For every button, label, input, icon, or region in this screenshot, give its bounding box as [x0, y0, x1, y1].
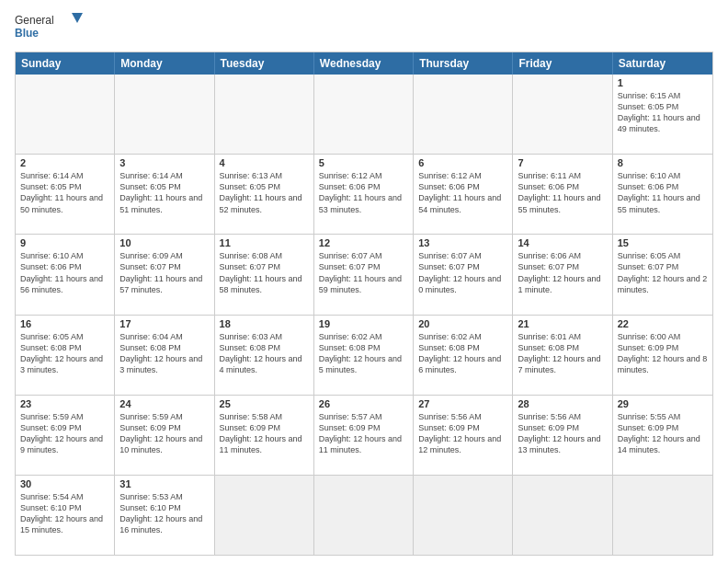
day-number: 20 — [418, 318, 507, 329]
calendar-cell: 18Sunrise: 6:03 AM Sunset: 6:08 PM Dayli… — [215, 316, 314, 395]
calendar-row-1: 2Sunrise: 6:14 AM Sunset: 6:05 PM Daylig… — [16, 154, 712, 234]
day-info: Sunrise: 5:55 AM Sunset: 6:09 PM Dayligh… — [618, 411, 708, 456]
day-number: 13 — [418, 237, 507, 248]
calendar-cell: 29Sunrise: 5:55 AM Sunset: 6:09 PM Dayli… — [613, 396, 712, 475]
calendar-cell — [16, 75, 115, 154]
day-number: 14 — [518, 237, 607, 248]
day-info: Sunrise: 5:58 AM Sunset: 6:09 PM Dayligh… — [220, 411, 309, 456]
calendar-cell: 5Sunrise: 6:12 AM Sunset: 6:06 PM Daylig… — [314, 155, 414, 234]
calendar-cell: 11Sunrise: 6:08 AM Sunset: 6:07 PM Dayli… — [215, 235, 314, 314]
calendar-cell: 19Sunrise: 6:02 AM Sunset: 6:08 PM Dayli… — [314, 316, 414, 395]
calendar-cell: 7Sunrise: 6:11 AM Sunset: 6:06 PM Daylig… — [513, 155, 612, 234]
weekday-header-monday: Monday — [115, 52, 214, 75]
logo: General Blue — [15, 11, 88, 44]
day-info: Sunrise: 6:07 AM Sunset: 6:07 PM Dayligh… — [418, 250, 507, 295]
calendar-cell — [314, 75, 414, 154]
weekday-header-wednesday: Wednesday — [314, 52, 414, 75]
calendar-cell: 12Sunrise: 6:07 AM Sunset: 6:07 PM Dayli… — [314, 235, 414, 314]
calendar-cell: 9Sunrise: 6:10 AM Sunset: 6:06 PM Daylig… — [16, 235, 115, 314]
calendar-header: SundayMondayTuesdayWednesdayThursdayFrid… — [16, 52, 712, 75]
calendar-cell: 21Sunrise: 6:01 AM Sunset: 6:08 PM Dayli… — [513, 316, 612, 395]
calendar-cell: 14Sunrise: 6:06 AM Sunset: 6:07 PM Dayli… — [513, 235, 612, 314]
day-info: Sunrise: 6:07 AM Sunset: 6:07 PM Dayligh… — [319, 250, 408, 295]
day-number: 6 — [418, 157, 507, 168]
day-info: Sunrise: 6:09 AM Sunset: 6:07 PM Dayligh… — [119, 250, 209, 295]
calendar-cell — [414, 476, 513, 555]
calendar-cell: 31Sunrise: 5:53 AM Sunset: 6:10 PM Dayli… — [115, 476, 214, 555]
calendar-cell: 23Sunrise: 5:59 AM Sunset: 6:09 PM Dayli… — [16, 396, 115, 475]
day-info: Sunrise: 6:14 AM Sunset: 6:05 PM Dayligh… — [119, 170, 209, 215]
day-number: 25 — [220, 398, 309, 409]
day-number: 11 — [220, 237, 309, 248]
day-number: 21 — [518, 318, 607, 329]
calendar-cell: 10Sunrise: 6:09 AM Sunset: 6:07 PM Dayli… — [115, 235, 214, 314]
calendar-cell: 15Sunrise: 6:05 AM Sunset: 6:07 PM Dayli… — [613, 235, 712, 314]
calendar-cell: 16Sunrise: 6:05 AM Sunset: 6:08 PM Dayli… — [16, 316, 115, 395]
day-number: 15 — [618, 237, 708, 248]
day-info: Sunrise: 5:59 AM Sunset: 6:09 PM Dayligh… — [119, 411, 209, 456]
day-number: 16 — [20, 318, 109, 329]
calendar-cell: 2Sunrise: 6:14 AM Sunset: 6:05 PM Daylig… — [16, 155, 115, 234]
calendar-row-5: 30Sunrise: 5:54 AM Sunset: 6:10 PM Dayli… — [16, 475, 712, 555]
day-number: 12 — [319, 237, 408, 248]
day-number: 9 — [20, 237, 109, 248]
day-info: Sunrise: 6:15 AM Sunset: 6:05 PM Dayligh… — [618, 90, 708, 135]
day-info: Sunrise: 6:10 AM Sunset: 6:06 PM Dayligh… — [20, 250, 109, 295]
day-info: Sunrise: 6:03 AM Sunset: 6:08 PM Dayligh… — [220, 331, 309, 376]
calendar: SundayMondayTuesdayWednesdayThursdayFrid… — [15, 52, 713, 556]
calendar-cell: 17Sunrise: 6:04 AM Sunset: 6:08 PM Dayli… — [115, 316, 214, 395]
day-info: Sunrise: 6:05 AM Sunset: 6:08 PM Dayligh… — [20, 331, 109, 376]
day-number: 22 — [618, 318, 708, 329]
calendar-cell: 3Sunrise: 6:14 AM Sunset: 6:05 PM Daylig… — [115, 155, 214, 234]
svg-text:Blue: Blue — [15, 27, 39, 40]
calendar-body: 1Sunrise: 6:15 AM Sunset: 6:05 PM Daylig… — [16, 75, 712, 555]
calendar-cell: 26Sunrise: 5:57 AM Sunset: 6:09 PM Dayli… — [314, 396, 414, 475]
day-info: Sunrise: 6:00 AM Sunset: 6:09 PM Dayligh… — [618, 331, 708, 376]
calendar-cell — [513, 476, 612, 555]
day-info: Sunrise: 5:59 AM Sunset: 6:09 PM Dayligh… — [20, 411, 109, 456]
day-number: 4 — [220, 157, 309, 168]
calendar-cell: 24Sunrise: 5:59 AM Sunset: 6:09 PM Dayli… — [115, 396, 214, 475]
calendar-cell — [215, 476, 314, 555]
day-number: 31 — [119, 478, 209, 489]
day-info: Sunrise: 5:56 AM Sunset: 6:09 PM Dayligh… — [518, 411, 607, 456]
calendar-cell: 28Sunrise: 5:56 AM Sunset: 6:09 PM Dayli… — [513, 396, 612, 475]
calendar-cell: 13Sunrise: 6:07 AM Sunset: 6:07 PM Dayli… — [414, 235, 513, 314]
svg-text:General: General — [15, 14, 54, 27]
day-number: 26 — [319, 398, 408, 409]
calendar-cell: 25Sunrise: 5:58 AM Sunset: 6:09 PM Dayli… — [215, 396, 314, 475]
weekday-header-thursday: Thursday — [414, 52, 513, 75]
calendar-cell — [414, 75, 513, 154]
weekday-header-friday: Friday — [513, 52, 612, 75]
day-info: Sunrise: 5:56 AM Sunset: 6:09 PM Dayligh… — [418, 411, 507, 456]
day-number: 19 — [319, 318, 408, 329]
day-info: Sunrise: 6:13 AM Sunset: 6:05 PM Dayligh… — [220, 170, 309, 215]
calendar-cell: 8Sunrise: 6:10 AM Sunset: 6:06 PM Daylig… — [613, 155, 712, 234]
day-number: 3 — [119, 157, 209, 168]
day-number: 17 — [119, 318, 209, 329]
calendar-row-3: 16Sunrise: 6:05 AM Sunset: 6:08 PM Dayli… — [16, 315, 712, 395]
weekday-header-tuesday: Tuesday — [215, 52, 314, 75]
weekday-header-saturday: Saturday — [613, 52, 712, 75]
page: General Blue SundayMondayTuesdayWednesda… — [0, 0, 728, 563]
day-number: 18 — [220, 318, 309, 329]
calendar-row-2: 9Sunrise: 6:10 AM Sunset: 6:06 PM Daylig… — [16, 234, 712, 314]
calendar-row-0: 1Sunrise: 6:15 AM Sunset: 6:05 PM Daylig… — [16, 75, 712, 154]
day-info: Sunrise: 6:08 AM Sunset: 6:07 PM Dayligh… — [220, 250, 309, 295]
day-info: Sunrise: 6:04 AM Sunset: 6:08 PM Dayligh… — [119, 331, 209, 376]
calendar-cell — [215, 75, 314, 154]
calendar-cell: 1Sunrise: 6:15 AM Sunset: 6:05 PM Daylig… — [613, 75, 712, 154]
day-info: Sunrise: 6:01 AM Sunset: 6:08 PM Dayligh… — [518, 331, 607, 376]
day-info: Sunrise: 6:14 AM Sunset: 6:05 PM Dayligh… — [20, 170, 109, 215]
day-number: 5 — [319, 157, 408, 168]
calendar-cell: 6Sunrise: 6:12 AM Sunset: 6:06 PM Daylig… — [414, 155, 513, 234]
day-number: 24 — [119, 398, 209, 409]
day-number: 28 — [518, 398, 607, 409]
day-number: 8 — [618, 157, 708, 168]
day-info: Sunrise: 6:12 AM Sunset: 6:06 PM Dayligh… — [418, 170, 507, 215]
calendar-cell: 22Sunrise: 6:00 AM Sunset: 6:09 PM Dayli… — [613, 316, 712, 395]
svg-marker-2 — [72, 13, 83, 23]
day-number: 23 — [20, 398, 109, 409]
day-number: 29 — [618, 398, 708, 409]
day-number: 27 — [418, 398, 507, 409]
